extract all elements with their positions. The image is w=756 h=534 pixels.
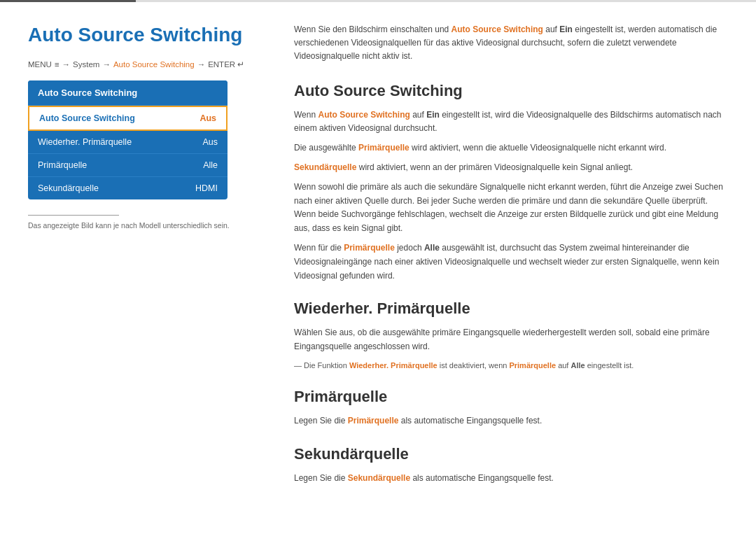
arrow-1: →: [62, 60, 71, 69]
highlight-primaer-2: Primärquelle: [344, 243, 395, 253]
note-wiederher: Die Funktion Wiederher. Primärquelle ist…: [294, 360, 728, 372]
menu-label: MENU: [28, 60, 52, 69]
highlight-primaer-3: Primärquelle: [348, 416, 399, 426]
intro-paragraph: Wenn Sie den Bildschirm einschalten und …: [294, 23, 728, 64]
menu-path: MENU ≡ → System → Auto Source Switching …: [28, 59, 266, 69]
section-body-sekundaer: Legen Sie die Sekundärquelle als automat…: [294, 472, 728, 486]
left-panel: Auto Source Switching MENU ≡ → System → …: [28, 23, 266, 503]
arrow-2: →: [102, 60, 111, 69]
section-title-wiederher: Wiederher. Primärquelle: [294, 300, 728, 318]
menu-icon: ≡: [55, 60, 59, 69]
right-panel: Wenn Sie den Bildschirm einschalten und …: [294, 23, 728, 503]
enter-label: ENTER ↵: [208, 59, 244, 69]
highlight-primaer-1: Primärquelle: [358, 143, 410, 153]
menu-item-label-auto-source: Auto Source Switching: [39, 113, 135, 123]
highlight-sekundaer-2: Sekundärquelle: [348, 473, 410, 483]
menu-item-value-primaer: Alle: [203, 160, 218, 170]
menu-item-label-wiederher: Wiederher. Primärquelle: [38, 137, 132, 147]
highlight-sekundaer-1: Sekundärquelle: [294, 162, 356, 172]
menu-item-auto-source[interactable]: Auto Source Switching Aus: [28, 106, 227, 131]
section-body-wiederher-1: Wählen Sie aus, ob die ausgewählte primä…: [294, 326, 728, 354]
system-label: System: [73, 60, 99, 69]
menu-item-label-sekundaer: Sekundärquelle: [38, 183, 99, 193]
menu-item-value-sekundaer: HDMI: [195, 183, 218, 193]
section-body-auto-4: Wenn sowohl die primäre als auch die sek…: [294, 181, 728, 236]
highlight-wiederher-note: Wiederher. Primärquelle: [349, 361, 438, 370]
menu-item-value-auto-source: Aus: [200, 113, 216, 123]
path-highlight: Auto Source Switching: [113, 60, 195, 69]
menu-item-wiederher[interactable]: Wiederher. Primärquelle Aus: [28, 131, 227, 154]
section-sekundaerquelle: Sekundärquelle Legen Sie die Sekundärque…: [294, 445, 728, 486]
intro-highlight: Auto Source Switching: [451, 24, 543, 34]
section-body-auto-3: Sekundärquelle wird aktiviert, wenn an d…: [294, 161, 728, 175]
section-body-primaer: Legen Sie die Primärquelle als automatis…: [294, 414, 728, 428]
section-wiederher: Wiederher. Primärquelle Wählen Sie aus, …: [294, 300, 728, 371]
page-title: Auto Source Switching: [28, 23, 266, 47]
section-body-auto-5: Wenn für die Primärquelle jedoch Alle au…: [294, 241, 728, 283]
section-title-auto-source: Auto Source Switching: [294, 82, 728, 100]
highlight-primaer-note: Primärquelle: [509, 361, 556, 370]
menu-item-value-wiederher: Aus: [202, 137, 218, 147]
section-body-auto-2: Die ausgewählte Primärquelle wird aktivi…: [294, 141, 728, 155]
menu-item-label-primaer: Primärquelle: [38, 160, 87, 170]
arrow-3: →: [197, 60, 206, 69]
menu-item-primaer[interactable]: Primärquelle Alle: [28, 154, 227, 177]
section-primaerquelle: Primärquelle Legen Sie die Primärquelle …: [294, 388, 728, 428]
menu-box: Auto Source Switching Auto Source Switch…: [28, 80, 227, 199]
section-auto-source: Auto Source Switching Wenn Auto Source S…: [294, 82, 728, 283]
menu-box-header: Auto Source Switching: [28, 80, 227, 106]
footnote: Das angezeigte Bild kann je nach Modell …: [28, 221, 266, 230]
section-title-sekundaer: Sekundärquelle: [294, 445, 728, 463]
footnote-divider: [28, 215, 119, 216]
highlight-auto-1: Auto Source Switching: [318, 110, 410, 120]
section-body-auto-1: Wenn Auto Source Switching auf Ein einge…: [294, 108, 728, 136]
section-title-primaer: Primärquelle: [294, 388, 728, 406]
menu-item-sekundaer[interactable]: Sekundärquelle HDMI: [28, 177, 227, 199]
